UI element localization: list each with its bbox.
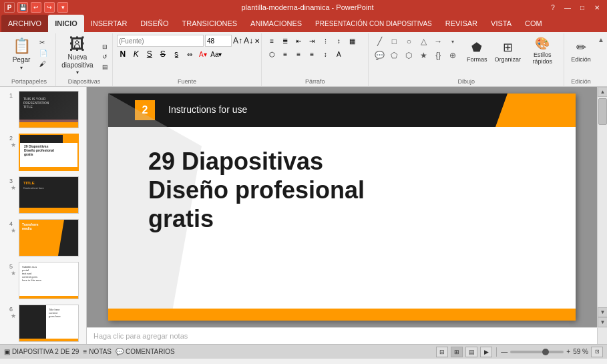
shape-extra[interactable]: ⊕ [446,49,459,62]
underline-btn[interactable]: S [144,48,156,60]
slide-layout-btns: ⊟ ↺ ▤ [99,42,111,71]
organizar-button[interactable]: ⊞ Organizar [493,35,522,68]
scroll-down2-btn[interactable]: ▼ [598,317,607,327]
decrease-size-btn[interactable]: A↓ [244,35,253,47]
strikethrough-btn[interactable]: S [157,48,169,60]
shadow-btn[interactable]: S̲ [170,48,182,60]
text-shadow-btn[interactable]: A [333,48,345,60]
shape-hexagon[interactable]: ⬡ [402,49,415,62]
tab-archivo[interactable]: ARCHIVO [1,15,48,32]
customize-quick-btn[interactable]: ▾ [57,2,68,13]
space-btn[interactable]: ⇔ [184,48,196,60]
slide-canvas[interactable]: 2 Instructions for use 29 Diapositivas D… [108,94,576,321]
bold-btn[interactable]: N [117,48,129,60]
help-btn[interactable]: ? [547,3,559,12]
edicion-button[interactable]: ✏ Edición [567,35,595,68]
maximize-btn[interactable]: □ [576,3,588,12]
shape-line[interactable]: ╱ [373,35,386,48]
num-list-btn[interactable]: ≣ [279,35,291,47]
dibujo-content: ╱ □ ○ △ → ▾ 💬 ⬠ ⬡ ★ {} ⊕ [373,35,560,77]
slide-thumb-3[interactable]: 3 ★ TITLE Content text here [3,175,83,215]
shape-curly[interactable]: {} [431,49,445,62]
estilos-rapidos-button[interactable]: 🎨 Estilos rápidos [525,35,560,68]
increase-indent-btn[interactable]: ⇥ [306,35,318,47]
slide-thumb-1[interactable]: 1 THIS IS YOURPRESENTATIONTITLE [3,89,83,130]
align-center-btn[interactable]: ≡ [279,48,291,60]
shape-callout[interactable]: 💬 [373,49,386,62]
formas-button[interactable]: ⬟ Formas [463,35,490,68]
justify-btn[interactable]: ≡ [306,48,318,60]
slide-thumb-6[interactable]: 6 ★ Title herecontentgoes here [3,303,83,343]
tab-animaciones[interactable]: ANIMACIONES [244,15,309,32]
shape-oval[interactable]: ○ [402,35,415,48]
font-color-btn[interactable]: A▾ [197,48,209,60]
slide-thumb-4[interactable]: 4 ★ Transformmedia [3,218,83,258]
copy-button[interactable]: 📄 [37,48,50,58]
line-spacing-btn[interactable]: ↕ [319,48,331,60]
font-style-row: N K S S S̲ ⇔ A▾ Aa▾ [117,48,257,60]
close-btn[interactable]: ✕ [591,3,603,12]
tab-com[interactable]: COM [518,15,549,32]
shape-star[interactable]: ★ [417,49,430,62]
slide-num-1: 1 [9,91,16,99]
shape-arrow[interactable]: → [431,35,445,48]
cut-button[interactable]: ✂ [37,37,50,47]
clear-format-btn[interactable]: ✕ [254,35,260,47]
shape-pentagon[interactable]: ⬠ [387,49,401,62]
format-painter-button[interactable]: 🖌 [37,59,50,69]
tab-insertar[interactable]: INSERTAR [84,15,134,32]
columns-btn[interactable]: ⫶ [319,35,331,47]
font-case-btn[interactable]: Aa▾ [210,48,222,60]
collapse-ribbon-btn[interactable]: ▲ [598,36,604,43]
slide-thumb-5[interactable]: 5 ★ Subtitle as aportaltext andcontent g… [3,260,83,301]
increase-size-btn[interactable]: A↑ [233,35,242,47]
zoom-out-btn[interactable]: — [501,348,508,355]
decrease-indent-btn[interactable]: ⇤ [292,35,305,47]
slide-num-5: 5 [9,262,16,270]
reset-button[interactable]: ↺ [99,52,111,61]
slide-main-text[interactable]: 29 Diapositivas Diseño profesional grati… [148,147,365,234]
redo-quick-btn[interactable]: ↪ [44,2,55,13]
zoom-in-btn[interactable]: + [566,348,570,355]
scroll-down-btn[interactable]: ▼ [598,307,607,317]
font-name-input[interactable] [117,35,204,47]
scroll-up-btn[interactable]: ▲ [598,87,607,97]
tab-transiciones[interactable]: TRANSICIONES [176,15,244,32]
slideshow-btn[interactable]: ▶ [480,347,492,357]
layout-button[interactable]: ⊟ [99,42,111,51]
text-dir-btn[interactable]: ↕ [333,35,345,47]
nueva-diapositiva-button[interactable]: 🖼 Nuevadiapositiva ▾ [57,36,97,75]
zoom-thumb[interactable] [542,349,549,355]
fit-slide-btn[interactable]: ⊡ [591,347,603,357]
tab-diseno[interactable]: DISEÑO [134,15,175,32]
tab-presentacion[interactable]: PRESENTACIÓN CON DIAPOSITIVAS [309,15,439,32]
slide-sorter-btn[interactable]: ⊞ [451,347,463,357]
tab-inicio[interactable]: INICIO [48,15,84,32]
minimize-btn[interactable]: — [562,3,574,12]
notes-input[interactable]: Haga clic para agregar notas [87,328,597,344]
slide-thumb-2[interactable]: 2 ★ 29 DiapositivasDiseño profesionalgra… [3,132,83,172]
reading-view-btn[interactable]: ▤ [465,347,477,357]
italic-btn[interactable]: K [130,48,142,60]
tab-vista[interactable]: VISTA [484,15,518,32]
align-left-btn[interactable]: ⬡ [266,48,278,60]
section-button[interactable]: ▤ [99,62,111,71]
normal-view-btn[interactable]: ⊟ [436,347,448,357]
fuente-label: Fuente [178,78,196,85]
align-right-btn[interactable]: ≡ [292,48,305,60]
tab-revisar[interactable]: REVISAR [439,15,484,32]
bullet-list-btn[interactable]: ≡ [266,35,278,47]
save-quick-btn[interactable]: 💾 [17,2,28,13]
notes-row: Haga clic para agregar notas [87,327,607,344]
pegar-button[interactable]: 📋 Pegar ▾ [9,35,35,73]
undo-quick-btn[interactable]: ↩ [31,2,41,13]
convert-smartart-btn[interactable]: ▦ [346,35,358,47]
shape-triangle[interactable]: △ [417,35,430,48]
scroll-thumb-v[interactable] [598,98,607,125]
notes-status-btn[interactable]: ≡ NOTAS [83,348,112,355]
comments-status-btn[interactable]: 💬 COMENTARIOS [116,348,175,355]
shapes-more[interactable]: ▾ [446,35,459,48]
zoom-slider[interactable] [510,351,564,353]
font-size-input[interactable] [205,35,232,47]
shape-rect[interactable]: □ [387,35,401,48]
